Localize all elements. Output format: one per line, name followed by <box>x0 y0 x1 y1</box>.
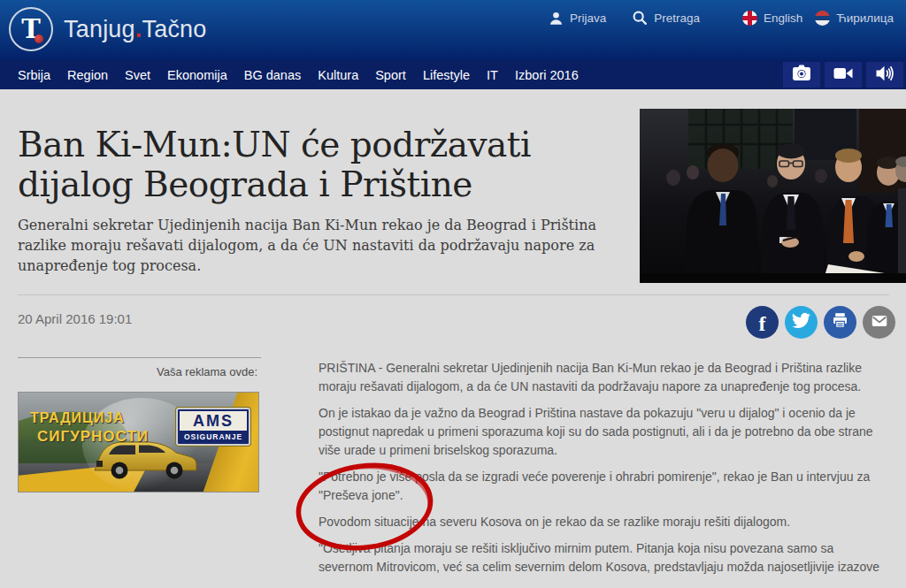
article-paragraph-line: više urade u primeni briselskog sporazum… <box>319 441 902 460</box>
section-divider <box>18 294 889 295</box>
article-paragraph: PRIŠTINA - Generalni sekretar Ujedinjeni… <box>319 359 902 396</box>
nav-item-sport[interactable]: Sport <box>375 68 406 82</box>
article-lead: Generalni sekretar Ujedinjenih nacija Ba… <box>18 215 615 276</box>
search-link[interactable]: Pretraga <box>632 10 700 26</box>
video-button[interactable] <box>825 62 862 88</box>
article-photo <box>640 109 906 283</box>
site-logo[interactable]: T Tanjug.Tačno <box>9 7 207 51</box>
page: T Tanjug.Tačno Prijava Pretraga English <box>0 0 906 588</box>
facebook-share-button[interactable]: f <box>746 306 779 339</box>
sidebar-divider <box>18 357 261 358</box>
print-button[interactable] <box>824 306 856 339</box>
logo-title-part2: Tačno <box>142 16 206 42</box>
language-english-label: English <box>764 11 802 25</box>
nav-item-it[interactable]: IT <box>487 68 498 82</box>
camera-icon <box>791 64 812 86</box>
logo-circle-icon: T <box>9 7 53 51</box>
article-paragraph-line: Povodom situacije na severu Kosova on je… <box>319 513 902 531</box>
envelope-icon <box>870 311 889 334</box>
nav-media-buttons <box>783 62 903 88</box>
main-content: Ban Ki-Mun:UN će podržavati dijalog Beog… <box>0 89 906 588</box>
article-paragraph-line: "Preševa jone". <box>319 486 902 505</box>
article-photo-image <box>640 109 906 283</box>
twitter-icon <box>792 311 810 333</box>
article-body: PRIŠTINA - Generalni sekretar Ujedinjeni… <box>319 359 902 584</box>
share-buttons: f <box>746 306 895 339</box>
printer-icon <box>831 311 849 333</box>
nav-item-srbija[interactable]: Srbija <box>18 68 50 82</box>
serbia-flag-icon <box>815 11 830 26</box>
ams-logo-subtext: OSIGURANJE <box>180 431 247 442</box>
logo-title: Tanjug.Tačno <box>64 16 207 43</box>
ams-logo-text: AMS <box>180 411 247 431</box>
photo-gallery-button[interactable] <box>783 62 820 88</box>
video-camera-icon <box>833 65 854 86</box>
article-paragraph-line: moraju rešavati dijalogom, a da će UN na… <box>319 378 902 396</box>
article-paragraph-line: severnom Mitrovicom, već sa celim severn… <box>319 558 902 577</box>
login-link[interactable]: Prijava <box>549 11 606 26</box>
ams-logo: AMS OSIGURANJE <box>176 408 250 446</box>
article-paragraph-line: On je istakao da je važno da Beograd i P… <box>319 404 902 423</box>
uk-flag-icon <box>742 11 757 26</box>
top-header: T Tanjug.Tačno Prijava Pretraga English <box>0 0 906 60</box>
language-cyrillic-link[interactable]: Ћирилица <box>815 11 894 26</box>
nav-item-region[interactable]: Region <box>67 68 108 82</box>
article-date: 20 April 2016 19:01 <box>18 311 132 326</box>
nav-item-kultura[interactable]: Kultura <box>318 68 358 82</box>
language-cyrillic-label: Ћирилица <box>836 11 894 25</box>
search-icon <box>632 10 648 26</box>
email-share-button[interactable] <box>863 306 895 339</box>
ad-text-line1: ТРАДИЦИЈА <box>30 410 125 426</box>
login-label: Prijava <box>570 11 606 25</box>
nav-item-bg-danas[interactable]: BG danas <box>244 68 302 82</box>
nav-items: Srbija Region Svet Ekonomija BG danas Ku… <box>18 60 579 89</box>
article-paragraph: "Potrebno je više posla da se izgradi ve… <box>319 468 902 505</box>
article-paragraph: "Osetljiva pitanja moraju se rešiti iskl… <box>319 539 902 577</box>
ad-text-line2: СИГУРНОСТИ <box>37 428 149 446</box>
search-label: Pretraga <box>654 11 700 25</box>
header-menu: Prijava Pretraga English Ћирилица <box>549 0 894 35</box>
article-paragraph-line: "Osetljiva pitanja moraju se rešiti iskl… <box>319 539 902 558</box>
ams-ad-banner[interactable]: ТРАДИЦИЈА СИГУРНОСТИ AMS OSIGURANJE <box>18 392 259 493</box>
speaker-icon <box>874 64 895 87</box>
article-paragraph-line: PRIŠTINA - Generalni sekretar Ujedinjeni… <box>319 359 902 378</box>
nav-item-svet[interactable]: Svet <box>125 68 150 82</box>
nav-item-izbori-2016[interactable]: Izbori 2016 <box>515 68 579 82</box>
audio-button[interactable] <box>866 62 903 88</box>
article-paragraph-line: "Potrebno je više posla da se izgradi ve… <box>319 468 902 486</box>
nav-item-ekonomija[interactable]: Ekonomija <box>167 68 227 82</box>
nav-item-lifestyle[interactable]: Lifestyle <box>423 68 470 82</box>
language-english-link[interactable]: English <box>742 11 802 26</box>
article-paragraph-line: postignut napredak u primeni sporazuma k… <box>319 423 902 441</box>
facebook-icon: f <box>759 312 766 336</box>
article-title: Ban Ki-Mun:UN će podržavati dijalog Beog… <box>18 125 593 204</box>
article-paragraph: On je istakao da je važno da Beograd i P… <box>319 404 902 460</box>
logo-title-part1: Tanjug <box>64 16 135 42</box>
user-icon <box>549 11 564 26</box>
main-navigation: Srbija Region Svet Ekonomija BG danas Ku… <box>0 60 906 89</box>
article-paragraph: Povodom situacije na severu Kosova on je… <box>319 513 902 531</box>
logo-globe-dot-icon <box>35 34 43 43</box>
ad-slot-label: Vaša reklama ovde: <box>18 365 257 378</box>
twitter-share-button[interactable] <box>785 306 818 339</box>
